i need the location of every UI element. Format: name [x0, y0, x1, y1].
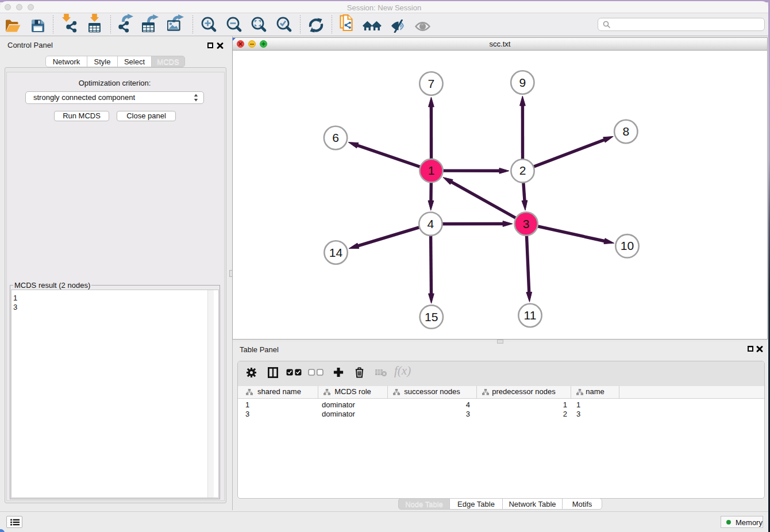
svg-text:6: 6	[332, 131, 339, 144]
svg-text:4: 4	[428, 217, 434, 230]
svg-text:7: 7	[428, 77, 435, 90]
svg-text:15: 15	[425, 310, 438, 323]
svg-text:9: 9	[519, 76, 526, 89]
svg-text:14: 14	[329, 246, 343, 259]
svg-text:2: 2	[519, 164, 526, 177]
svg-text:11: 11	[524, 309, 537, 322]
svg-text:8: 8	[622, 125, 629, 138]
svg-text:3: 3	[523, 217, 530, 230]
svg-text:1: 1	[428, 164, 435, 177]
svg-text:10: 10	[621, 239, 634, 252]
